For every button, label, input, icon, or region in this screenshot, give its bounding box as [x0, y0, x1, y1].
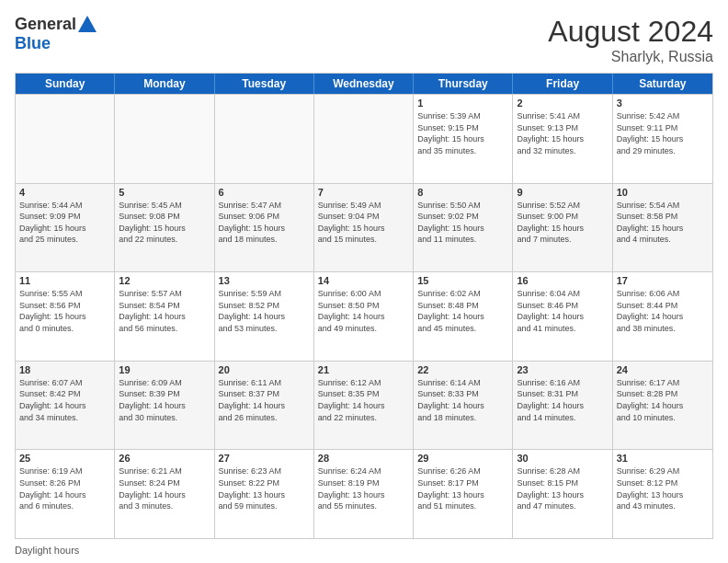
day-number: 5	[119, 187, 210, 198]
day-cell-7: 7Sunrise: 5:49 AM Sunset: 9:04 PM Daylig…	[314, 184, 414, 272]
daylight-label: Daylight hours	[15, 545, 79, 556]
day-cell-24: 24Sunrise: 6:17 AM Sunset: 8:28 PM Dayli…	[613, 362, 712, 450]
day-number: 27	[219, 453, 310, 464]
weekday-header-wednesday: Wednesday	[314, 74, 414, 94]
calendar-row-4: 18Sunrise: 6:07 AM Sunset: 8:42 PM Dayli…	[16, 361, 712, 450]
day-cell-11: 11Sunrise: 5:55 AM Sunset: 8:56 PM Dayli…	[16, 272, 115, 361]
day-cell-2: 2Sunrise: 5:41 AM Sunset: 9:13 PM Daylig…	[513, 95, 612, 183]
day-info: Sunrise: 6:29 AM Sunset: 8:12 PM Dayligh…	[617, 465, 709, 511]
day-info: Sunrise: 6:04 AM Sunset: 8:46 PM Dayligh…	[517, 288, 608, 334]
day-cell-10: 10Sunrise: 5:54 AM Sunset: 8:58 PM Dayli…	[613, 184, 712, 272]
empty-cell-0-3	[314, 95, 414, 183]
day-cell-21: 21Sunrise: 6:12 AM Sunset: 8:35 PM Dayli…	[314, 362, 414, 450]
calendar-row-5: 25Sunrise: 6:19 AM Sunset: 8:26 PM Dayli…	[16, 449, 712, 538]
day-number: 11	[19, 275, 110, 286]
day-info: Sunrise: 6:16 AM Sunset: 8:31 PM Dayligh…	[517, 377, 608, 423]
day-number: 1	[417, 98, 508, 109]
day-number: 6	[219, 187, 310, 198]
logo-blue-text: Blue	[15, 34, 51, 53]
empty-cell-0-2	[215, 95, 314, 183]
day-number: 8	[417, 187, 508, 198]
day-number: 16	[517, 275, 608, 286]
day-info: Sunrise: 6:19 AM Sunset: 8:26 PM Dayligh…	[19, 465, 110, 511]
weekday-header-saturday: Saturday	[613, 74, 712, 94]
logo-triangle-icon	[78, 16, 97, 32]
weekday-header-thursday: Thursday	[414, 74, 513, 94]
day-cell-26: 26Sunrise: 6:21 AM Sunset: 8:24 PM Dayli…	[115, 450, 214, 538]
day-number: 20	[219, 364, 310, 375]
logo: General Blue	[15, 15, 97, 53]
calendar-header: SundayMondayTuesdayWednesdayThursdayFrid…	[16, 74, 712, 94]
day-cell-13: 13Sunrise: 5:59 AM Sunset: 8:52 PM Dayli…	[215, 272, 314, 361]
subtitle: Sharlyk, Russia	[548, 49, 713, 65]
day-info: Sunrise: 6:26 AM Sunset: 8:17 PM Dayligh…	[417, 465, 508, 511]
logo-text: General	[15, 15, 97, 34]
day-number: 10	[617, 187, 709, 198]
day-number: 29	[417, 453, 508, 464]
day-cell-14: 14Sunrise: 6:00 AM Sunset: 8:50 PM Dayli…	[314, 272, 414, 361]
calendar-body: 1Sunrise: 5:39 AM Sunset: 9:15 PM Daylig…	[16, 94, 712, 538]
calendar-row-3: 11Sunrise: 5:55 AM Sunset: 8:56 PM Dayli…	[16, 271, 712, 361]
day-cell-16: 16Sunrise: 6:04 AM Sunset: 8:46 PM Dayli…	[513, 272, 612, 361]
day-cell-17: 17Sunrise: 6:06 AM Sunset: 8:44 PM Dayli…	[613, 272, 712, 361]
day-number: 9	[517, 187, 608, 198]
calendar-row-1: 1Sunrise: 5:39 AM Sunset: 9:15 PM Daylig…	[16, 94, 712, 183]
day-info: Sunrise: 5:59 AM Sunset: 8:52 PM Dayligh…	[219, 288, 310, 334]
day-cell-19: 19Sunrise: 6:09 AM Sunset: 8:39 PM Dayli…	[115, 362, 214, 450]
footer: Daylight hours	[15, 545, 713, 556]
day-info: Sunrise: 5:45 AM Sunset: 9:08 PM Dayligh…	[119, 200, 210, 246]
day-info: Sunrise: 6:02 AM Sunset: 8:48 PM Dayligh…	[417, 288, 508, 334]
day-number: 7	[318, 187, 409, 198]
day-cell-15: 15Sunrise: 6:02 AM Sunset: 8:48 PM Dayli…	[414, 272, 513, 361]
day-info: Sunrise: 6:24 AM Sunset: 8:19 PM Dayligh…	[318, 465, 409, 511]
day-number: 13	[219, 275, 310, 286]
day-info: Sunrise: 6:09 AM Sunset: 8:39 PM Dayligh…	[119, 377, 210, 423]
day-number: 4	[19, 187, 110, 198]
day-info: Sunrise: 6:21 AM Sunset: 8:24 PM Dayligh…	[119, 465, 210, 511]
header: General Blue August 2024 Sharlyk, Russia	[15, 15, 713, 65]
day-info: Sunrise: 6:00 AM Sunset: 8:50 PM Dayligh…	[318, 288, 409, 334]
day-cell-8: 8Sunrise: 5:50 AM Sunset: 9:02 PM Daylig…	[414, 184, 513, 272]
day-cell-18: 18Sunrise: 6:07 AM Sunset: 8:42 PM Dayli…	[16, 362, 115, 450]
day-info: Sunrise: 6:12 AM Sunset: 8:35 PM Dayligh…	[318, 377, 409, 423]
day-info: Sunrise: 5:52 AM Sunset: 9:00 PM Dayligh…	[517, 200, 608, 246]
day-cell-28: 28Sunrise: 6:24 AM Sunset: 8:19 PM Dayli…	[314, 450, 414, 538]
day-number: 15	[417, 275, 508, 286]
day-number: 2	[517, 98, 608, 109]
day-info: Sunrise: 5:50 AM Sunset: 9:02 PM Dayligh…	[417, 200, 508, 246]
day-info: Sunrise: 6:17 AM Sunset: 8:28 PM Dayligh…	[617, 377, 709, 423]
day-cell-6: 6Sunrise: 5:47 AM Sunset: 9:06 PM Daylig…	[215, 184, 314, 272]
logo-general-text: General	[15, 15, 76, 34]
day-cell-27: 27Sunrise: 6:23 AM Sunset: 8:22 PM Dayli…	[215, 450, 314, 538]
day-info: Sunrise: 5:47 AM Sunset: 9:06 PM Dayligh…	[219, 200, 310, 246]
day-info: Sunrise: 6:28 AM Sunset: 8:15 PM Dayligh…	[517, 465, 608, 511]
day-cell-5: 5Sunrise: 5:45 AM Sunset: 9:08 PM Daylig…	[115, 184, 214, 272]
day-info: Sunrise: 6:06 AM Sunset: 8:44 PM Dayligh…	[617, 288, 709, 334]
page: General Blue August 2024 Sharlyk, Russia…	[0, 0, 728, 563]
day-info: Sunrise: 6:23 AM Sunset: 8:22 PM Dayligh…	[219, 465, 310, 511]
day-cell-30: 30Sunrise: 6:28 AM Sunset: 8:15 PM Dayli…	[513, 450, 612, 538]
day-info: Sunrise: 5:42 AM Sunset: 9:11 PM Dayligh…	[617, 110, 709, 156]
day-number: 12	[119, 275, 210, 286]
day-cell-23: 23Sunrise: 6:16 AM Sunset: 8:31 PM Dayli…	[513, 362, 612, 450]
day-number: 3	[617, 98, 709, 109]
weekday-header-monday: Monday	[115, 74, 214, 94]
day-info: Sunrise: 6:07 AM Sunset: 8:42 PM Dayligh…	[19, 377, 110, 423]
day-cell-1: 1Sunrise: 5:39 AM Sunset: 9:15 PM Daylig…	[414, 95, 513, 183]
day-number: 30	[517, 453, 608, 464]
calendar-row-2: 4Sunrise: 5:44 AM Sunset: 9:09 PM Daylig…	[16, 183, 712, 272]
day-info: Sunrise: 5:54 AM Sunset: 8:58 PM Dayligh…	[617, 200, 709, 246]
day-number: 21	[318, 364, 409, 375]
day-cell-25: 25Sunrise: 6:19 AM Sunset: 8:26 PM Dayli…	[16, 450, 115, 538]
day-info: Sunrise: 5:41 AM Sunset: 9:13 PM Dayligh…	[517, 110, 608, 156]
day-cell-20: 20Sunrise: 6:11 AM Sunset: 8:37 PM Dayli…	[215, 362, 314, 450]
day-cell-31: 31Sunrise: 6:29 AM Sunset: 8:12 PM Dayli…	[613, 450, 712, 538]
day-number: 14	[318, 275, 409, 286]
weekday-header-sunday: Sunday	[16, 74, 115, 94]
day-cell-4: 4Sunrise: 5:44 AM Sunset: 9:09 PM Daylig…	[16, 184, 115, 272]
day-number: 24	[617, 364, 709, 375]
calendar: SundayMondayTuesdayWednesdayThursdayFrid…	[15, 73, 713, 539]
day-number: 28	[318, 453, 409, 464]
title-block: August 2024 Sharlyk, Russia	[548, 15, 713, 65]
empty-cell-0-1	[115, 95, 214, 183]
